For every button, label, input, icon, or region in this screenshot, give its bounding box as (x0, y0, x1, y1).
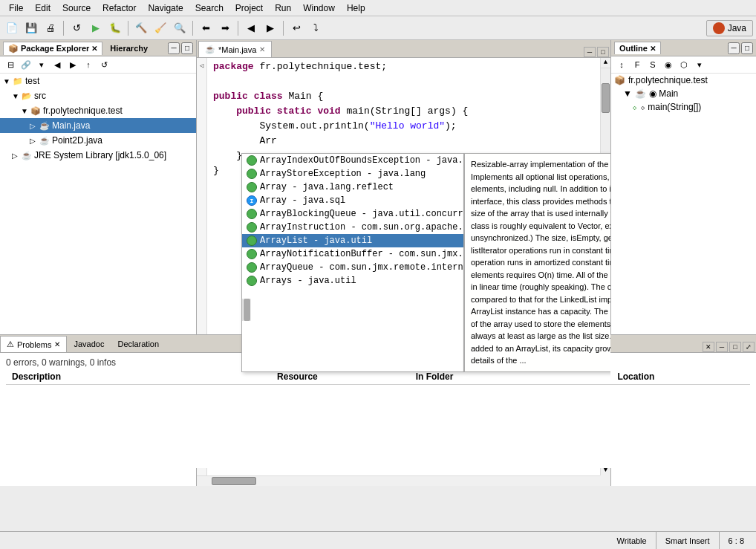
java-perspective-badge[interactable]: Java (706, 20, 753, 36)
refresh-button[interactable]: ↺ (68, 19, 85, 37)
debug-button[interactable]: 🐛 (106, 19, 124, 37)
tree-item-src[interactable]: ▼ 📂 src (0, 88, 196, 103)
back-button[interactable]: ⬅ (197, 19, 215, 37)
minimize-outline[interactable]: ─ (728, 42, 740, 54)
hide-local[interactable]: ⬡ (677, 58, 691, 71)
sort-outline[interactable]: ↕ (614, 58, 629, 71)
outline-item-main-method[interactable]: ⬦ ⬦ main(String[]) (611, 100, 756, 114)
ac-item-7[interactable]: ArrayNotificationBuffer - com.sun.jmx.re… (242, 247, 463, 261)
clean-button[interactable]: 🧹 (151, 19, 169, 37)
menu-window[interactable]: Window (297, 1, 341, 15)
menu-run[interactable]: Run (269, 1, 297, 15)
h-scroll-thumb[interactable] (212, 477, 256, 485)
ac-item-3[interactable]: I Array - java.sql (242, 194, 463, 207)
minimize-left[interactable]: ─ (168, 42, 180, 54)
ac-item-1[interactable]: ArrayStoreException - java.lang (242, 167, 463, 181)
menu-navigate[interactable]: Navigate (142, 1, 189, 15)
ac-scrollbar[interactable] (242, 299, 251, 321)
collapse-all[interactable]: ⊟ (3, 58, 18, 71)
ac-label-1: ArrayStoreException - java.lang (260, 169, 426, 179)
bottom-minimize[interactable]: ─ (716, 342, 728, 352)
search-button[interactable]: 🔍 (171, 19, 189, 37)
editor-tab-controls: ─ □ (584, 47, 610, 57)
hide-nonpublic[interactable]: ◉ (661, 58, 676, 71)
ac-scroll-thumb[interactable] (244, 299, 250, 321)
bottom-maximize[interactable]: □ (729, 342, 741, 352)
tree-nav-fwd[interactable]: ▶ (65, 58, 80, 71)
hide-fields[interactable]: F (630, 58, 645, 71)
ac-item-0[interactable]: ArrayIndexOutOfBoundsException - java.la… (242, 154, 463, 167)
next-annot-button[interactable]: ⤵ (307, 19, 325, 37)
editor-maximize[interactable]: □ (597, 47, 609, 57)
main-java-tab[interactable]: ☕ *Main.java ✕ (198, 41, 272, 57)
maximize-left[interactable]: □ (181, 42, 193, 54)
scroll-thumb-v[interactable] (602, 83, 610, 113)
menu-edit[interactable]: Edit (29, 1, 56, 15)
package-explorer-close[interactable]: ✕ (91, 45, 97, 53)
toolbar: 📄 💾 🖨 ↺ ▶ 🐛 🔨 🧹 🔍 ⬅ ➡ ◀ ▶ ↩ ⤵ Java (0, 16, 756, 40)
menu-file[interactable]: File (3, 1, 29, 15)
menu-search[interactable]: Search (189, 1, 229, 15)
menu-help[interactable]: Help (341, 1, 371, 15)
tree-label-main: Main.java (52, 120, 90, 131)
tree-item-jre[interactable]: ▷ ☕ JRE System Library [jdk1.5.0_06] (0, 148, 196, 163)
tree-nav-back[interactable]: ◀ (50, 58, 65, 71)
tree-arrow-main: ▷ (30, 122, 39, 130)
toolbar-sep-4 (238, 21, 238, 36)
forward-button[interactable]: ➡ (216, 19, 234, 37)
declaration-tab[interactable]: Declaration (111, 336, 166, 352)
scroll-up[interactable]: ▲ (601, 58, 610, 68)
build-button[interactable]: 🔨 (132, 19, 150, 37)
outline-tab[interactable]: Outline ✕ (614, 42, 661, 54)
new-button[interactable]: 📄 (3, 19, 21, 37)
tree-item-main[interactable]: ▷ ☕ Main.java (0, 118, 196, 133)
insert-label: Smart Insert (665, 536, 710, 545)
bottom-close[interactable]: ✕ (703, 342, 714, 352)
autocomplete-doc: Resizable-array implementation of the Li… (464, 153, 610, 372)
h-scrollbar[interactable] (197, 475, 600, 486)
prev-edit-button[interactable]: ◀ (242, 19, 260, 37)
outline-item-package[interactable]: 📦 fr.polytechnique.test (611, 74, 756, 87)
link-editor[interactable]: 🔗 (19, 58, 33, 71)
editor-minimize[interactable]: ─ (584, 47, 596, 57)
bottom-restore[interactable]: ⤢ (743, 342, 755, 352)
ac-item-8[interactable]: ArrayQueue - com.sun.jmx.remote.internal (242, 261, 463, 274)
tab-close[interactable]: ✕ (259, 45, 265, 53)
outline-item-main-class[interactable]: ▼ ☕ ◉ Main (611, 87, 756, 100)
tree-item-point2d[interactable]: ▷ ☕ Point2D.java (0, 133, 196, 148)
tree-item-package[interactable]: ▼ 📦 fr.polytechnique.test (0, 103, 196, 118)
outline-close[interactable]: ✕ (650, 45, 656, 53)
ac-item-4[interactable]: ArrayBlockingQueue - java.util.concurren… (242, 207, 463, 221)
menu-project[interactable]: Project (229, 1, 269, 15)
outline-menu[interactable]: ▾ (692, 58, 707, 71)
run-button[interactable]: ▶ (87, 19, 105, 37)
menu-refactor[interactable]: Refactor (97, 1, 142, 15)
ac-item-2[interactable]: Array - java.lang.reflect (242, 181, 463, 194)
print-button[interactable]: 🖨 (42, 19, 59, 37)
java-perspective-label: Java (728, 23, 746, 33)
tree-menu[interactable]: ▾ (34, 58, 49, 71)
javadoc-tab[interactable]: Javadoc (67, 336, 111, 352)
maximize-outline[interactable]: □ (741, 42, 753, 54)
ac-item-6[interactable]: ArrayList - java.util (242, 234, 463, 247)
save-button[interactable]: 💾 (22, 19, 40, 37)
tree-label-test: test (25, 76, 39, 86)
h-scroll-area (197, 475, 610, 486)
tree-item-test[interactable]: ▼ 📁 test (0, 74, 196, 88)
tree-label-point2d: Point2D.java (52, 135, 102, 146)
next-edit-button[interactable]: ▶ (261, 19, 279, 37)
ac-label-4: ArrayBlockingQueue - java.util.concurren… (260, 209, 464, 219)
hierarchy-tab[interactable]: Hierarchy (105, 42, 152, 54)
ac-item-5[interactable]: ArrayInstruction - com.sun.org.apache.bc… (242, 221, 463, 234)
ac-item-9[interactable]: Arrays - java.util (242, 274, 463, 288)
tree-toolbar: ⊟ 🔗 ▾ ◀ ▶ ↑ ↺ (0, 56, 196, 74)
problems-tab[interactable]: ⚠ Problems ✕ (0, 336, 67, 352)
package-explorer-tab[interactable]: 📦 Package Explorer ✕ (3, 42, 102, 55)
menu-source[interactable]: Source (56, 1, 97, 15)
tree-nav-up[interactable]: ↑ (81, 58, 96, 71)
autocomplete-list[interactable]: ArrayIndexOutOfBoundsException - java.la… (241, 153, 464, 372)
last-edit-button[interactable]: ↩ (287, 19, 305, 37)
tree-refresh[interactable]: ↺ (97, 58, 111, 71)
problems-tab-close[interactable]: ✕ (54, 340, 60, 348)
hide-static[interactable]: S (645, 58, 660, 71)
